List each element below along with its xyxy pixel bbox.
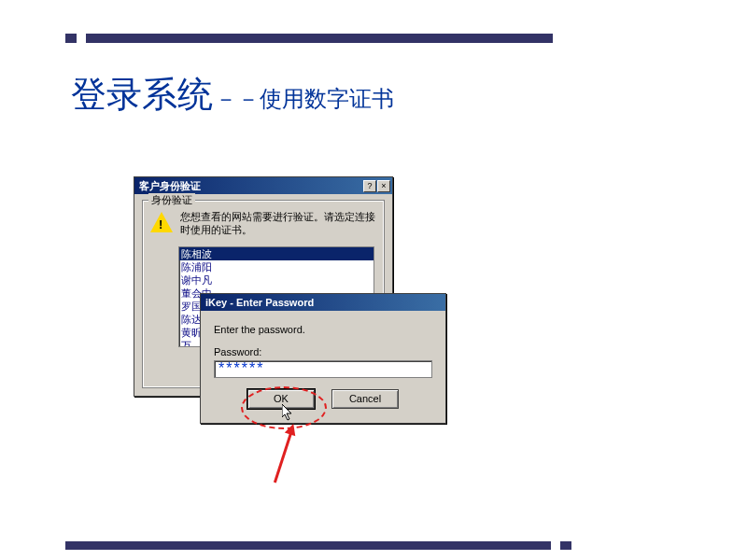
list-item[interactable]: 陈浦阳 [179, 260, 374, 273]
callout-arrow [274, 427, 294, 483]
cancel-button[interactable]: Cancel [331, 389, 399, 409]
decor-bar-bottom-right [560, 541, 571, 550]
password-label: Password: [214, 346, 432, 357]
decor-bar-top-right [86, 34, 553, 43]
help-icon[interactable]: ? [363, 180, 376, 192]
ok-button[interactable]: OK [247, 389, 315, 409]
password-prompt: Enter the password. [214, 324, 432, 335]
client-auth-titlebar[interactable]: 客户身份验证 ? × [134, 177, 392, 194]
client-auth-title: 客户身份验证 [136, 179, 363, 193]
list-item[interactable]: 陈相波 [179, 247, 374, 260]
password-titlebar[interactable]: iKey - Enter Password [201, 294, 445, 311]
password-dialog: iKey - Enter Password Enter the password… [200, 293, 446, 424]
decor-bar-bottom-left [65, 541, 551, 550]
close-icon[interactable]: × [377, 180, 390, 192]
title-main: 登录系统 [71, 75, 213, 114]
title-sub: －－使用数字证书 [215, 86, 394, 111]
groupbox-label: 身份验证 [148, 193, 195, 207]
password-input[interactable]: ****** [214, 360, 432, 378]
password-dialog-title: iKey - Enter Password [203, 297, 314, 308]
slide-title: 登录系统－－使用数字证书 [71, 71, 394, 119]
list-item[interactable]: 谢中凡 [179, 273, 374, 287]
warning-icon [150, 212, 173, 232]
warning-text: 您想查看的网站需要进行验证。请选定连接时使用的证书。 [180, 210, 376, 237]
decor-bar-top-left [65, 34, 77, 43]
